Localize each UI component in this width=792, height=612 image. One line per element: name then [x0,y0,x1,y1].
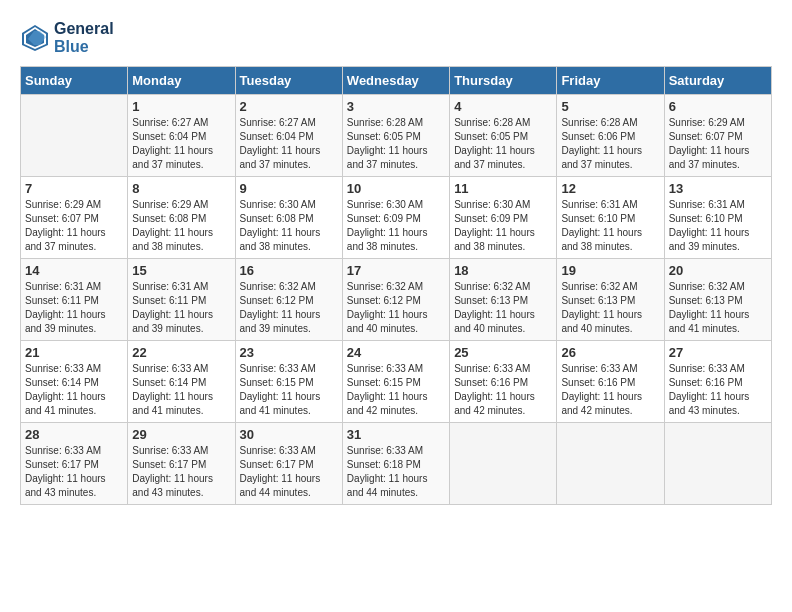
day-info: Sunrise: 6:29 AMSunset: 6:07 PMDaylight:… [669,116,767,172]
calendar-cell: 9Sunrise: 6:30 AMSunset: 6:08 PMDaylight… [235,177,342,259]
calendar-cell: 10Sunrise: 6:30 AMSunset: 6:09 PMDayligh… [342,177,449,259]
header-wednesday: Wednesday [342,67,449,95]
calendar-cell: 20Sunrise: 6:32 AMSunset: 6:13 PMDayligh… [664,259,771,341]
calendar-table: SundayMondayTuesdayWednesdayThursdayFrid… [20,66,772,505]
day-number: 24 [347,345,445,360]
calendar-cell: 13Sunrise: 6:31 AMSunset: 6:10 PMDayligh… [664,177,771,259]
calendar-cell: 11Sunrise: 6:30 AMSunset: 6:09 PMDayligh… [450,177,557,259]
page-header: General Blue [20,20,772,56]
calendar-cell: 22Sunrise: 6:33 AMSunset: 6:14 PMDayligh… [128,341,235,423]
week-row-2: 7Sunrise: 6:29 AMSunset: 6:07 PMDaylight… [21,177,772,259]
day-info: Sunrise: 6:33 AMSunset: 6:15 PMDaylight:… [240,362,338,418]
day-info: Sunrise: 6:33 AMSunset: 6:17 PMDaylight:… [132,444,230,500]
day-info: Sunrise: 6:33 AMSunset: 6:18 PMDaylight:… [347,444,445,500]
calendar-cell: 4Sunrise: 6:28 AMSunset: 6:05 PMDaylight… [450,95,557,177]
calendar-cell: 18Sunrise: 6:32 AMSunset: 6:13 PMDayligh… [450,259,557,341]
day-number: 14 [25,263,123,278]
week-row-1: 1Sunrise: 6:27 AMSunset: 6:04 PMDaylight… [21,95,772,177]
header-saturday: Saturday [664,67,771,95]
day-info: Sunrise: 6:28 AMSunset: 6:06 PMDaylight:… [561,116,659,172]
calendar-cell: 31Sunrise: 6:33 AMSunset: 6:18 PMDayligh… [342,423,449,505]
day-number: 10 [347,181,445,196]
day-info: Sunrise: 6:33 AMSunset: 6:14 PMDaylight:… [132,362,230,418]
day-info: Sunrise: 6:33 AMSunset: 6:16 PMDaylight:… [669,362,767,418]
calendar-cell: 3Sunrise: 6:28 AMSunset: 6:05 PMDaylight… [342,95,449,177]
day-number: 31 [347,427,445,442]
day-info: Sunrise: 6:27 AMSunset: 6:04 PMDaylight:… [132,116,230,172]
day-number: 2 [240,99,338,114]
calendar-cell: 29Sunrise: 6:33 AMSunset: 6:17 PMDayligh… [128,423,235,505]
day-number: 22 [132,345,230,360]
day-number: 16 [240,263,338,278]
week-row-5: 28Sunrise: 6:33 AMSunset: 6:17 PMDayligh… [21,423,772,505]
day-info: Sunrise: 6:30 AMSunset: 6:09 PMDaylight:… [347,198,445,254]
day-info: Sunrise: 6:31 AMSunset: 6:11 PMDaylight:… [25,280,123,336]
day-info: Sunrise: 6:29 AMSunset: 6:07 PMDaylight:… [25,198,123,254]
day-info: Sunrise: 6:33 AMSunset: 6:16 PMDaylight:… [561,362,659,418]
day-number: 1 [132,99,230,114]
logo-text: General Blue [54,20,114,56]
logo-icon [20,23,50,53]
day-number: 25 [454,345,552,360]
calendar-cell: 16Sunrise: 6:32 AMSunset: 6:12 PMDayligh… [235,259,342,341]
header-friday: Friday [557,67,664,95]
calendar-header-row: SundayMondayTuesdayWednesdayThursdayFrid… [21,67,772,95]
day-info: Sunrise: 6:33 AMSunset: 6:15 PMDaylight:… [347,362,445,418]
calendar-cell: 15Sunrise: 6:31 AMSunset: 6:11 PMDayligh… [128,259,235,341]
calendar-cell [557,423,664,505]
day-number: 5 [561,99,659,114]
day-info: Sunrise: 6:32 AMSunset: 6:12 PMDaylight:… [240,280,338,336]
calendar-cell: 23Sunrise: 6:33 AMSunset: 6:15 PMDayligh… [235,341,342,423]
day-number: 4 [454,99,552,114]
day-info: Sunrise: 6:31 AMSunset: 6:10 PMDaylight:… [561,198,659,254]
calendar-cell: 17Sunrise: 6:32 AMSunset: 6:12 PMDayligh… [342,259,449,341]
calendar-cell: 30Sunrise: 6:33 AMSunset: 6:17 PMDayligh… [235,423,342,505]
day-info: Sunrise: 6:32 AMSunset: 6:13 PMDaylight:… [561,280,659,336]
calendar-cell: 26Sunrise: 6:33 AMSunset: 6:16 PMDayligh… [557,341,664,423]
calendar-cell: 6Sunrise: 6:29 AMSunset: 6:07 PMDaylight… [664,95,771,177]
day-number: 7 [25,181,123,196]
day-info: Sunrise: 6:33 AMSunset: 6:17 PMDaylight:… [240,444,338,500]
day-info: Sunrise: 6:30 AMSunset: 6:09 PMDaylight:… [454,198,552,254]
calendar-cell: 28Sunrise: 6:33 AMSunset: 6:17 PMDayligh… [21,423,128,505]
day-number: 20 [669,263,767,278]
day-number: 18 [454,263,552,278]
day-number: 12 [561,181,659,196]
calendar-cell: 24Sunrise: 6:33 AMSunset: 6:15 PMDayligh… [342,341,449,423]
calendar-cell: 5Sunrise: 6:28 AMSunset: 6:06 PMDaylight… [557,95,664,177]
day-info: Sunrise: 6:33 AMSunset: 6:14 PMDaylight:… [25,362,123,418]
header-tuesday: Tuesday [235,67,342,95]
day-info: Sunrise: 6:32 AMSunset: 6:13 PMDaylight:… [669,280,767,336]
calendar-cell [450,423,557,505]
calendar-cell [664,423,771,505]
day-info: Sunrise: 6:33 AMSunset: 6:16 PMDaylight:… [454,362,552,418]
day-number: 26 [561,345,659,360]
calendar-cell [21,95,128,177]
day-number: 21 [25,345,123,360]
calendar-cell: 1Sunrise: 6:27 AMSunset: 6:04 PMDaylight… [128,95,235,177]
day-number: 29 [132,427,230,442]
week-row-3: 14Sunrise: 6:31 AMSunset: 6:11 PMDayligh… [21,259,772,341]
day-number: 17 [347,263,445,278]
day-info: Sunrise: 6:28 AMSunset: 6:05 PMDaylight:… [347,116,445,172]
header-thursday: Thursday [450,67,557,95]
day-info: Sunrise: 6:30 AMSunset: 6:08 PMDaylight:… [240,198,338,254]
day-info: Sunrise: 6:31 AMSunset: 6:10 PMDaylight:… [669,198,767,254]
header-sunday: Sunday [21,67,128,95]
calendar-cell: 21Sunrise: 6:33 AMSunset: 6:14 PMDayligh… [21,341,128,423]
calendar-cell: 27Sunrise: 6:33 AMSunset: 6:16 PMDayligh… [664,341,771,423]
day-info: Sunrise: 6:32 AMSunset: 6:13 PMDaylight:… [454,280,552,336]
calendar-cell: 12Sunrise: 6:31 AMSunset: 6:10 PMDayligh… [557,177,664,259]
calendar-cell: 25Sunrise: 6:33 AMSunset: 6:16 PMDayligh… [450,341,557,423]
header-monday: Monday [128,67,235,95]
day-number: 6 [669,99,767,114]
day-number: 13 [669,181,767,196]
calendar-cell: 2Sunrise: 6:27 AMSunset: 6:04 PMDaylight… [235,95,342,177]
day-info: Sunrise: 6:28 AMSunset: 6:05 PMDaylight:… [454,116,552,172]
day-number: 19 [561,263,659,278]
calendar-cell: 14Sunrise: 6:31 AMSunset: 6:11 PMDayligh… [21,259,128,341]
day-number: 11 [454,181,552,196]
day-number: 15 [132,263,230,278]
week-row-4: 21Sunrise: 6:33 AMSunset: 6:14 PMDayligh… [21,341,772,423]
day-number: 23 [240,345,338,360]
